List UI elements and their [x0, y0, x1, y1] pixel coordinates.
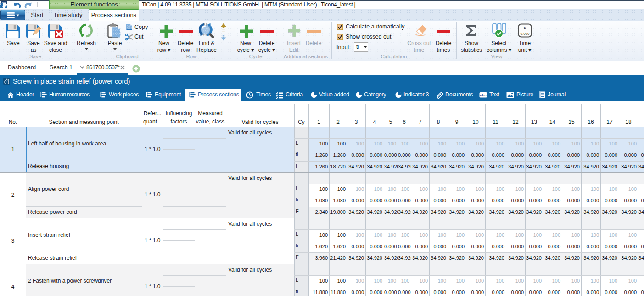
svg-text:s: s [524, 25, 526, 30]
svg-text:abc: abc [480, 93, 487, 97]
svg-text:0.000: 0.000 [520, 32, 530, 36]
